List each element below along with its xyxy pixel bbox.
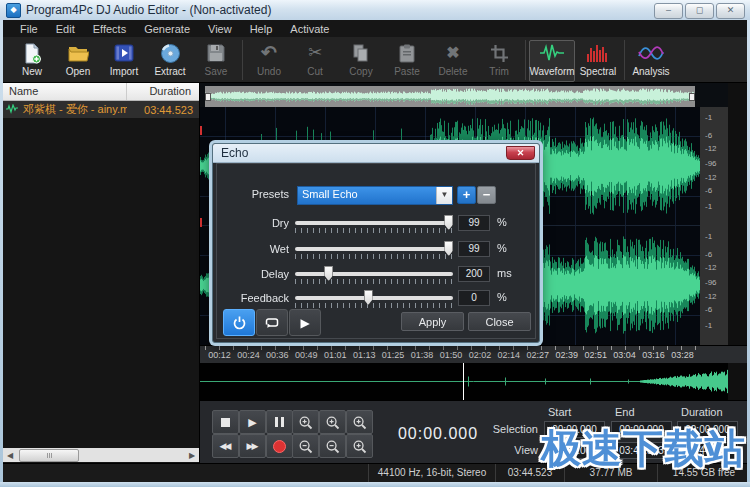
fast-forward-button[interactable]: ▶▶ [239, 434, 266, 458]
apply-button[interactable]: Apply [401, 312, 464, 331]
feedback-value-field[interactable]: 0 [458, 290, 490, 306]
record-button[interactable] [266, 434, 293, 458]
title-bar: ◆ Program4Pc DJ Audio Editor - (Non-acti… [0, 0, 750, 21]
db-label: -6 [705, 305, 712, 314]
play-button[interactable]: ▶ [239, 410, 266, 434]
minimize-button[interactable]: – [654, 3, 683, 19]
add-preset-button[interactable]: + [457, 186, 476, 204]
timeline-label: 00:24 [234, 350, 263, 360]
extract-button[interactable]: Extract [147, 40, 193, 82]
analysis-icon [638, 41, 664, 65]
undo-icon: ↶ [261, 41, 277, 65]
view-start-field[interactable]: 00:00.000 [544, 442, 605, 459]
dialog-close-icon[interactable]: ✕ [506, 146, 535, 160]
chevron-down-icon[interactable]: ▼ [436, 187, 452, 204]
delay-slider-track[interactable] [295, 272, 453, 276]
loop-icon [263, 316, 281, 329]
timeline-label: 01:50 [437, 350, 466, 360]
presets-dropdown[interactable]: Small Echo ▼ [297, 186, 453, 205]
open-icon [67, 41, 89, 65]
paste-label: Paste [394, 66, 420, 77]
zoom-out-vertical-button[interactable] [319, 434, 346, 458]
view-end-field[interactable]: 03:44.523 [611, 442, 672, 459]
slider-ticks [295, 228, 453, 233]
delay-slider-row: Delay200ms [217, 265, 535, 289]
timeline-label: 03:04 [610, 350, 639, 360]
selection-start-field[interactable]: 00:00.000 [544, 421, 605, 438]
transport-panel: 00:00.000 StartEndDurationSelection00:00… [200, 400, 747, 463]
selection-end-field[interactable]: 00:00.000 [611, 421, 672, 438]
wet-slider-track[interactable] [295, 247, 453, 251]
close-button[interactable]: ✕ [716, 3, 745, 19]
waveform-icon [539, 41, 565, 65]
db-label: -12 [705, 173, 717, 182]
loop-button[interactable] [256, 309, 288, 336]
status-item: 03:44.523 [495, 464, 564, 482]
view-duration-field[interactable]: 03:44.523 [677, 442, 738, 459]
slider-ticks [295, 303, 453, 308]
waveform-overview[interactable] [205, 86, 695, 107]
effect-power-button[interactable] [223, 309, 255, 336]
scroll-right-arrow[interactable]: ▶ [185, 451, 199, 460]
file-list-row[interactable]: 邓紫棋 - 爱你 - ainy.mp3 03:44.523 [3, 101, 199, 118]
timeline-label: 03:16 [639, 350, 668, 360]
stop-button[interactable] [212, 410, 239, 434]
waveform-button[interactable]: Waveform [529, 40, 575, 82]
scroll-left-arrow[interactable]: ◀ [3, 451, 17, 460]
dialog-title-bar[interactable]: Echo ✕ [213, 144, 539, 163]
analysis-button[interactable]: Analysis [628, 40, 674, 82]
dry-value-field[interactable]: 99 [458, 215, 490, 231]
open-label: Open [66, 66, 90, 77]
menu-activate[interactable]: Activate [281, 21, 338, 37]
copy-icon [351, 41, 371, 65]
db-label: -12 [705, 263, 717, 272]
dialog-title: Echo [221, 146, 248, 160]
spectral-icon [586, 41, 610, 65]
zoom-out-horizontal-button[interactable] [292, 434, 319, 458]
delete-label: Delete [439, 66, 468, 77]
toolbar-separator [525, 40, 526, 80]
delay-value-field[interactable]: 200 [458, 266, 490, 282]
menu-view[interactable]: View [199, 21, 241, 37]
maximize-button[interactable]: ◻ [685, 3, 714, 19]
status-item: 37.77 MB [564, 464, 657, 482]
play-icon: ▶ [300, 316, 309, 330]
dry-slider-track[interactable] [295, 221, 453, 225]
toolbar: NewOpenImportExtractSave↶Undo✂CutCopyPas… [3, 37, 747, 83]
menu-bar: FileEditEffectsGenerateViewHelpActivate [3, 20, 747, 37]
zoom-in-horizontal-button[interactable] [292, 410, 319, 434]
close-dialog-button[interactable]: Close [468, 312, 531, 331]
wet-unit: % [497, 242, 507, 254]
preview-play-button[interactable]: ▶ [289, 309, 321, 336]
menu-generate[interactable]: Generate [135, 21, 199, 37]
wet-value-field[interactable]: 99 [458, 241, 490, 257]
zoom-in-vertical-button[interactable] [319, 410, 346, 434]
db-label: -6 [705, 131, 712, 140]
scroll-thumb[interactable] [19, 449, 79, 462]
pause-button[interactable] [266, 410, 293, 434]
timeline-labels: 00:1200:2400:3600:4901:0101:1301:2501:38… [205, 350, 697, 360]
rewind-button[interactable]: ◀◀ [212, 434, 239, 458]
presets-label: Presets [217, 188, 289, 200]
extract-icon [160, 41, 181, 65]
selection-duration-field[interactable]: 00:00.000 [677, 421, 738, 438]
window-border [0, 20, 3, 487]
level-strip[interactable] [200, 363, 747, 400]
delay-unit: ms [497, 267, 512, 279]
column-duration[interactable]: Duration [126, 83, 199, 100]
import-button[interactable]: Import [101, 40, 147, 82]
menu-edit[interactable]: Edit [47, 21, 84, 37]
menu-effects[interactable]: Effects [84, 21, 135, 37]
zoom-in-selection-button[interactable] [346, 410, 373, 434]
menu-file[interactable]: File [11, 21, 47, 37]
timeline-ruler[interactable]: 00:1200:2400:3600:4901:0101:1301:2501:38… [200, 345, 747, 363]
open-button[interactable]: Open [55, 40, 101, 82]
file-panel-scrollbar[interactable]: ◀ ▶ [3, 448, 199, 462]
spectral-button[interactable]: Spectral [575, 40, 621, 82]
feedback-slider-track[interactable] [295, 296, 453, 300]
new-button[interactable]: New [9, 40, 55, 82]
menu-help[interactable]: Help [241, 21, 282, 37]
column-name[interactable]: Name [3, 83, 126, 100]
remove-preset-button[interactable]: − [477, 186, 496, 204]
zoom-full-button[interactable] [346, 434, 373, 458]
